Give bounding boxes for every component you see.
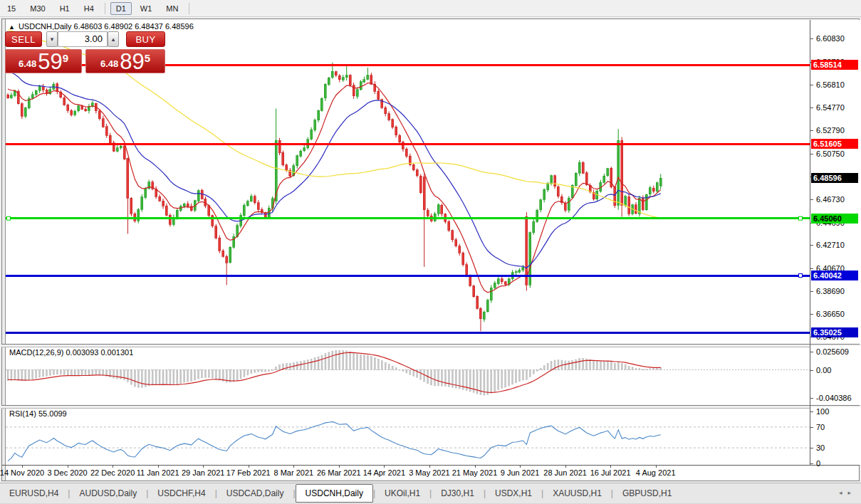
macd-tick bbox=[810, 398, 813, 399]
chart-title: ▲USDCNH,Daily 6.48603 6.48902 6.48437 6.… bbox=[9, 22, 194, 31]
macd-label: MACD(12,26,9) 0.003093 0.001301 bbox=[9, 348, 133, 357]
timeframe-w1[interactable]: W1 bbox=[135, 2, 158, 15]
price-tick bbox=[810, 38, 813, 39]
rsi-tick bbox=[810, 448, 813, 448]
one-click-trading-panel: SELL ▾ 3.00 ▴ BUY 6.48 59 9 6.48 89 5 bbox=[5, 31, 165, 73]
timeframe-d1[interactable]: D1 bbox=[110, 2, 132, 15]
date-axis[interactable]: 14 Nov 20203 Dec 202022 Dec 202011 Jan 2… bbox=[6, 466, 810, 480]
price-tick bbox=[810, 85, 813, 85]
timeframe-m30[interactable]: M30 bbox=[24, 2, 51, 15]
price-tick-label: 6.42710 bbox=[816, 241, 845, 249]
buy-price-sup: 5 bbox=[145, 52, 150, 64]
tab-ukoil-h1[interactable]: UKOil,H1 bbox=[375, 485, 429, 501]
price-tick bbox=[810, 268, 813, 269]
line-handle[interactable] bbox=[799, 216, 803, 220]
price-tick bbox=[810, 291, 813, 292]
date-tick bbox=[249, 465, 249, 468]
date-tick bbox=[293, 465, 294, 468]
price-axis[interactable]: 6.608306.587906.568106.547706.527906.507… bbox=[810, 20, 861, 344]
buy-price-prefix: 6.48 bbox=[100, 58, 118, 69]
chart-ohlc-values: 6.48603 6.48902 6.48437 6.48596 bbox=[74, 22, 194, 31]
macd-tick-label: -0.040386 bbox=[816, 394, 852, 402]
sell-price-box[interactable]: 6.48 59 9 bbox=[5, 49, 82, 73]
macd-axis[interactable]: 0.0256090.00-0.040386 bbox=[810, 346, 861, 405]
macd-values: 0.003093 0.001301 bbox=[66, 348, 133, 357]
ema-21-line bbox=[8, 70, 661, 268]
volume-input[interactable]: 3.00 bbox=[58, 31, 108, 47]
volume-increase-button[interactable]: ▴ bbox=[108, 31, 119, 47]
price-badge: 6.45060 bbox=[811, 214, 858, 224]
price-badge: 6.58514 bbox=[811, 60, 858, 70]
rsi-tick-label: 70 bbox=[816, 423, 825, 431]
price-badge: 6.35025 bbox=[811, 327, 858, 337]
price-tick-label: 6.38690 bbox=[816, 287, 845, 295]
rsi-title: RSI(14) bbox=[9, 409, 36, 418]
date-label: 17 Feb 2021 bbox=[226, 468, 271, 477]
timeframe-mn[interactable]: MN bbox=[160, 2, 184, 15]
price-tick-label: 6.60830 bbox=[816, 34, 845, 43]
toolbar-separator bbox=[189, 3, 189, 14]
date-tick bbox=[22, 465, 23, 468]
date-label: 26 Mar 2021 bbox=[317, 468, 361, 477]
rsi-tick-label: 30 bbox=[816, 443, 825, 452]
date-label: 29 Jan 2021 bbox=[182, 468, 225, 477]
rsi-line bbox=[8, 421, 661, 461]
spinner-down-icon: ▾ bbox=[51, 36, 54, 43]
buy-button[interactable]: BUY bbox=[126, 31, 165, 47]
panel-separator-rsi[interactable] bbox=[1, 405, 860, 409]
price-badge: 6.48596 bbox=[811, 173, 858, 183]
horizontal-line-6.40042[interactable] bbox=[6, 274, 810, 278]
date-label: 3 May 2021 bbox=[409, 468, 449, 477]
tab-dj30-h1[interactable]: DJ30,H1 bbox=[432, 485, 484, 501]
tab-usdcnh-daily[interactable]: USDCNH,Daily bbox=[296, 484, 373, 503]
timeframe-15[interactable]: 15 bbox=[1, 2, 21, 15]
spinner-up-icon: ▴ bbox=[112, 36, 115, 43]
date-tick bbox=[68, 465, 68, 468]
rsi-tick-label: 0 bbox=[816, 459, 820, 468]
price-tick-label: 6.36650 bbox=[816, 310, 845, 318]
chart-bottom-axis-line bbox=[1, 465, 860, 466]
ema-8-line bbox=[8, 83, 661, 293]
sell-button[interactable]: SELL bbox=[5, 31, 42, 47]
macd-title: MACD(12,26,9) bbox=[9, 348, 63, 357]
tab-usdchf-h4[interactable]: USDCHF,H4 bbox=[148, 485, 214, 501]
date-label: 28 Jun 2021 bbox=[543, 468, 587, 477]
tab-eurusd-h4[interactable]: EURUSD,H4 bbox=[0, 485, 68, 501]
rsi-tick bbox=[810, 411, 813, 412]
price-tick bbox=[810, 245, 813, 246]
tab-audusd-daily[interactable]: AUDUSD,Daily bbox=[70, 485, 146, 501]
line-handle[interactable] bbox=[799, 274, 803, 278]
date-tick bbox=[203, 465, 204, 468]
horizontal-line-6.45060[interactable] bbox=[6, 216, 810, 220]
price-badge: 6.40042 bbox=[811, 271, 858, 280]
tab-xauusd-h1[interactable]: XAUUSD,H1 bbox=[543, 485, 611, 501]
tab-gbpusd-h1[interactable]: GBPUSD,H1 bbox=[613, 485, 681, 501]
macd-tick bbox=[810, 352, 813, 352]
tab-scroll-arrows[interactable]: ◂▸ bbox=[839, 489, 857, 496]
date-tick bbox=[475, 465, 476, 468]
tab-usdx-h1[interactable]: USDX,H1 bbox=[486, 485, 541, 501]
volume-decrease-button[interactable]: ▾ bbox=[46, 31, 58, 47]
date-label: 16 Jul 2021 bbox=[590, 468, 631, 477]
sell-price-big: 59 bbox=[38, 51, 62, 73]
sell-price-sup: 9 bbox=[63, 52, 68, 64]
line-handle[interactable] bbox=[7, 216, 11, 220]
price-tick bbox=[810, 314, 813, 315]
price-tick-label: 6.54770 bbox=[816, 103, 845, 112]
date-label: 8 Mar 2021 bbox=[273, 468, 313, 477]
rsi-tick bbox=[810, 427, 813, 428]
timeframe-toolbar: 15M30H1H4D1W1MN bbox=[0, 0, 861, 17]
buy-price-box[interactable]: 6.48 89 5 bbox=[85, 49, 165, 73]
price-tick bbox=[810, 130, 813, 131]
date-tick bbox=[429, 465, 430, 468]
timeframe-h4[interactable]: H4 bbox=[78, 2, 100, 15]
date-tick bbox=[656, 465, 657, 468]
date-tick bbox=[158, 465, 159, 468]
rsi-axis[interactable]: 10070300 bbox=[810, 407, 861, 465]
timeframe-h1[interactable]: H1 bbox=[54, 2, 75, 15]
tab-usdcad-daily[interactable]: USDCAD,Daily bbox=[217, 485, 293, 501]
panel-separator-macd[interactable] bbox=[1, 344, 860, 347]
price-tick bbox=[810, 107, 813, 108]
price-badge: 6.51605 bbox=[811, 139, 858, 149]
rsi-indicator-canvas[interactable] bbox=[6, 407, 810, 465]
